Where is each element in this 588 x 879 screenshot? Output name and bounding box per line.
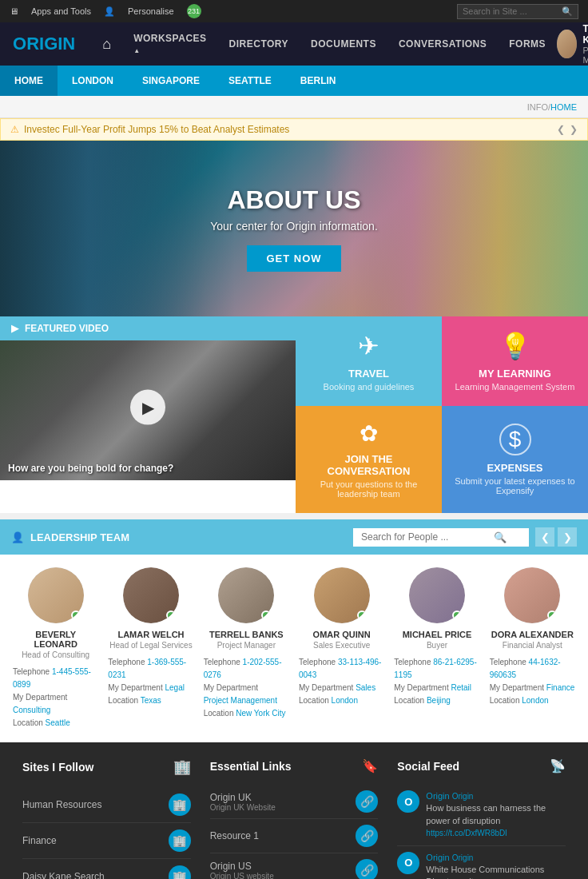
sub-nav: HOME LONDON SINGAPORE SEATTLE BERLIN bbox=[0, 66, 588, 96]
site-search-input[interactable] bbox=[463, 6, 558, 16]
search-icon: 🔍 bbox=[494, 531, 507, 543]
person-role: Sales Executive bbox=[299, 641, 384, 650]
tile-learning-title: MY LEARNING bbox=[479, 368, 551, 380]
leadership-section: 👤 LEADERSHIP TEAM 🔍 ❮ ❯ BEVERLY LEONARD … bbox=[0, 519, 588, 742]
logo[interactable]: ORIGIN bbox=[13, 34, 75, 54]
person-name: MICHAEL PRICE bbox=[394, 630, 479, 639]
expenses-icon: $ bbox=[499, 424, 531, 455]
footer-section: Sites I Follow 🏢 Human Resources 🏢 Finan… bbox=[0, 742, 588, 879]
tile-travel-subtitle: Booking and guidelines bbox=[324, 382, 415, 392]
nav-forms[interactable]: FORMS bbox=[498, 38, 557, 50]
footer-link-finance[interactable]: Finance 🏢 bbox=[22, 823, 191, 859]
people-search-box[interactable]: 🔍 bbox=[353, 528, 529, 547]
person-detail: Telephone 1-445-555-0899 My Department C… bbox=[13, 666, 98, 730]
main-nav: ORIGIN ⌂ WORKSPACES DIRECTORY DOCUMENTS … bbox=[0, 22, 588, 66]
person-avatar bbox=[28, 567, 84, 623]
tiles-right: ✈ TRAVEL Booking and guidelines 💡 MY LEA… bbox=[296, 316, 588, 513]
person-avatar bbox=[123, 567, 179, 623]
person-detail: Telephone 1-369-555-0231 My Department L… bbox=[108, 656, 193, 707]
person-name: TERRELL BANKS bbox=[204, 630, 289, 639]
alert-next-icon[interactable]: ❯ bbox=[570, 124, 578, 135]
wifi-icon: 📡 bbox=[550, 758, 566, 774]
video-play-button[interactable]: ▶ bbox=[130, 389, 165, 424]
tiles-section: ▶ FEATURED VIDEO ▶ How are you being bol… bbox=[0, 316, 588, 513]
apps-tools-label[interactable]: Apps and Tools bbox=[31, 6, 91, 16]
hero-content: ABOUT US Your center for Origin informat… bbox=[210, 185, 378, 272]
link-icon: 🔗 bbox=[356, 825, 378, 847]
essential-link-us[interactable]: Origin US Origin US website 🔗 bbox=[210, 853, 379, 879]
subnav-london[interactable]: LONDON bbox=[58, 66, 128, 96]
subnav-berlin[interactable]: BERLIN bbox=[286, 66, 351, 96]
person-card: DORA ALEXANDER Financial Analyst Telepho… bbox=[485, 567, 580, 730]
nav-directory[interactable]: DIRECTORY bbox=[218, 38, 300, 50]
nav-conversations[interactable]: CONVERSATIONS bbox=[387, 38, 498, 50]
user-role: Project Manager bbox=[583, 46, 588, 65]
personalise-label[interactable]: Personalise bbox=[128, 6, 173, 16]
subnav-home[interactable]: HOME bbox=[0, 66, 58, 96]
essential-link-r1[interactable]: Resource 1 🔗 bbox=[210, 819, 379, 853]
leadership-title: 👤 LEADERSHIP TEAM bbox=[11, 531, 129, 543]
footer-sites-title: Sites I Follow 🏢 bbox=[22, 758, 191, 776]
person-detail: Telephone 44-1632-960635 My Department F… bbox=[490, 656, 575, 707]
person-card: LAMAR WELCH Head of Legal Services Telep… bbox=[103, 567, 198, 730]
site-search-box[interactable]: 🔍 bbox=[457, 4, 578, 19]
get-now-button[interactable]: GET NOW bbox=[247, 245, 340, 272]
person-detail: Telephone 33-113-496-0043 My Department … bbox=[299, 656, 384, 707]
notification-badge[interactable]: 231 bbox=[187, 4, 201, 18]
alert-arrows: ❮ ❯ bbox=[557, 124, 578, 135]
tile-learning-subtitle: Learning Management System bbox=[455, 382, 575, 392]
site-icon: 🏢 bbox=[169, 829, 191, 852]
online-badge bbox=[261, 611, 271, 620]
online-badge bbox=[547, 611, 557, 620]
site-icon: 🏢 bbox=[169, 865, 191, 879]
social-item-1: O Origin Origin How business can harness… bbox=[397, 785, 566, 846]
person-avatar bbox=[504, 567, 560, 623]
footer-social-title: Social Feed 📡 bbox=[397, 758, 566, 774]
breadcrumb-home[interactable]: HOME bbox=[550, 102, 577, 112]
subnav-singapore[interactable]: SINGAPORE bbox=[128, 66, 214, 96]
site-icon: 🏢 bbox=[169, 793, 191, 816]
social-text: Origin Origin White House Communications… bbox=[426, 852, 566, 879]
subnav-seattle[interactable]: SEATTLE bbox=[214, 66, 286, 96]
tile-travel[interactable]: ✈ TRAVEL Booking and guidelines bbox=[296, 316, 442, 406]
footer-link-hr1[interactable]: Human Resources 🏢 bbox=[22, 787, 191, 823]
sites-icon: 🏢 bbox=[173, 758, 191, 776]
alert-prev-icon[interactable]: ❮ bbox=[557, 124, 565, 135]
people-icon: 👤 bbox=[11, 531, 24, 543]
essential-link-uk[interactable]: Origin UK Origin UK Website 🔗 bbox=[210, 785, 379, 819]
next-people-button[interactable]: ❯ bbox=[558, 527, 577, 547]
tile-expenses-title: EXPENSES bbox=[487, 462, 542, 474]
hero-banner: ABOUT US Your center for Origin informat… bbox=[0, 141, 588, 316]
person-detail: Telephone 1-202-555-0276 My DepartmentPr… bbox=[204, 656, 289, 720]
nav-home-icon[interactable]: ⌂ bbox=[91, 36, 122, 53]
social-text: Origin Origin How business can harness t… bbox=[426, 790, 566, 840]
video-caption: How are you being bold for change? bbox=[8, 463, 173, 474]
top-bar: 🖥 Apps and Tools 👤 Personalise 231 🔍 bbox=[0, 0, 588, 22]
tile-conversation-subtitle: Put your questions to the leadership tea… bbox=[304, 479, 434, 499]
avatar bbox=[557, 30, 577, 58]
people-search-input[interactable] bbox=[361, 531, 489, 543]
nav-workspaces[interactable]: WORKSPACES bbox=[122, 33, 217, 55]
person-role: Financial Analyst bbox=[490, 641, 575, 650]
bookmark-icon: 🔖 bbox=[362, 758, 378, 774]
person-name: OMAR QUINN bbox=[299, 630, 384, 639]
footer-link-daisy[interactable]: Daisy Kane Search 🏢 bbox=[22, 859, 191, 879]
footer-essential-col: Essential Links 🔖 Origin UK Origin UK We… bbox=[201, 758, 388, 879]
tile-conversation[interactable]: ✿ JOIN THE CONVERSATION Put your questio… bbox=[296, 406, 442, 513]
breadcrumb: INFO / HOME bbox=[0, 96, 588, 118]
nav-documents[interactable]: DOCUMENTS bbox=[300, 38, 387, 50]
breadcrumb-info[interactable]: INFO bbox=[527, 102, 548, 112]
prev-people-button[interactable]: ❮ bbox=[535, 527, 554, 547]
person-avatar bbox=[314, 567, 370, 623]
person-card: OMAR QUINN Sales Executive Telephone 33-… bbox=[294, 567, 389, 730]
person-role: Head of Legal Services bbox=[108, 641, 193, 650]
tile-learning[interactable]: 💡 MY LEARNING Learning Management System bbox=[442, 316, 588, 406]
person-card: TERRELL BANKS Project Manager Telephone … bbox=[199, 567, 294, 730]
social-avatar: O bbox=[397, 790, 419, 813]
hero-subtitle: Your center for Origin information. bbox=[210, 220, 378, 233]
person-detail: Telephone 86-21-6295-1195 My Department … bbox=[394, 656, 479, 707]
alert-text[interactable]: Investec Full-Year Profit Jumps 15% to B… bbox=[24, 124, 289, 135]
tile-expenses[interactable]: $ EXPENSES Submit your latest expenses t… bbox=[442, 406, 588, 513]
search-icon: 🔍 bbox=[562, 6, 573, 17]
video-thumbnail[interactable]: ▶ How are you being bold for change? bbox=[0, 340, 296, 480]
